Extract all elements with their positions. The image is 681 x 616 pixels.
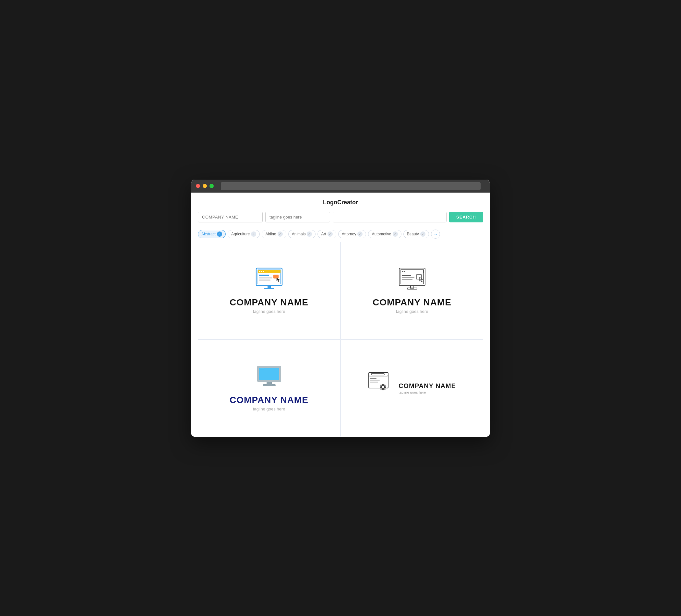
logo-company-name-3: COMPANY NAME xyxy=(230,395,308,405)
svg-rect-10 xyxy=(268,286,271,288)
filter-tag-attorney[interactable]: Attorney✓ xyxy=(338,230,367,238)
minimize-button-icon[interactable] xyxy=(203,184,207,188)
svg-rect-3 xyxy=(259,275,269,276)
svg-point-16 xyxy=(402,271,403,272)
filter-check-airline: ✓ xyxy=(278,231,283,237)
logo-company-name-1: COMPANY NAME xyxy=(230,297,308,308)
svg-rect-6 xyxy=(273,275,279,279)
filter-label-animals: Animals xyxy=(292,232,306,236)
filter-tag-agriculture[interactable]: Agriculture✓ xyxy=(228,230,260,238)
svg-rect-28 xyxy=(267,382,272,385)
svg-rect-32 xyxy=(371,374,384,375)
logo-card-3[interactable]: COMPANY NAME tagline goes here xyxy=(198,339,340,437)
svg-rect-37 xyxy=(382,384,384,385)
keyword-input[interactable] xyxy=(333,212,447,223)
svg-rect-11 xyxy=(264,288,274,289)
logo-tagline-3: tagline goes here xyxy=(253,407,285,411)
logo-card-1[interactable]: COMPANY NAME tagline goes here xyxy=(198,242,340,339)
svg-rect-35 xyxy=(370,382,378,383)
svg-point-17 xyxy=(404,271,405,272)
logo-horizontal-4: COMPANY NAME tagline goes here xyxy=(368,372,456,404)
filter-bar: Abstract✓Agriculture✓Airline✓Animals✓Art… xyxy=(198,228,483,242)
svg-rect-21 xyxy=(417,275,422,279)
filter-check-agriculture: ✓ xyxy=(251,231,256,237)
filter-next-button[interactable]: → xyxy=(431,230,440,239)
svg-marker-24 xyxy=(420,277,423,282)
logo-company-name-2: COMPANY NAME xyxy=(373,297,451,308)
svg-rect-14 xyxy=(401,270,424,284)
logo-icon-4 xyxy=(368,372,394,399)
svg-rect-20 xyxy=(402,279,412,280)
filter-label-beauty: Beauty xyxy=(407,232,419,236)
logo-company-name-4: COMPANY NAME xyxy=(399,382,456,390)
svg-rect-31 xyxy=(369,373,388,376)
filter-check-beauty: ✓ xyxy=(420,231,426,237)
filter-label-attorney: Attorney xyxy=(342,232,356,236)
tagline-input[interactable] xyxy=(265,212,330,223)
logo-tagline-1: tagline goes here xyxy=(253,309,285,314)
logo-card-2[interactable]: COMPANY NAME tagline goes here xyxy=(340,242,483,339)
svg-rect-26 xyxy=(259,368,279,380)
filter-label-agriculture: Agriculture xyxy=(231,232,250,236)
logo-text-group-4: COMPANY NAME tagline goes here xyxy=(399,382,456,394)
filter-tag-art[interactable]: Art✓ xyxy=(318,230,336,238)
svg-rect-33 xyxy=(370,378,377,379)
filter-label-airline: Airline xyxy=(265,232,276,236)
filter-check-animals: ✓ xyxy=(307,231,312,237)
logo-icon-1 xyxy=(255,267,284,292)
filter-check-automotive: ✓ xyxy=(393,231,398,237)
filter-tag-airline[interactable]: Airline✓ xyxy=(262,230,286,238)
svg-rect-40 xyxy=(385,386,386,388)
filter-label-art: Art xyxy=(321,232,326,236)
search-button[interactable]: SEARCH xyxy=(449,212,483,223)
svg-rect-19 xyxy=(402,277,414,278)
logo-icon-3 xyxy=(255,365,284,390)
company-name-input[interactable] xyxy=(198,212,263,223)
close-button-icon[interactable] xyxy=(196,184,200,188)
svg-rect-39 xyxy=(380,386,381,388)
logo-card-4[interactable]: COMPANY NAME tagline goes here xyxy=(340,339,483,437)
svg-rect-18 xyxy=(402,275,411,276)
svg-rect-13 xyxy=(399,268,425,286)
svg-point-9 xyxy=(263,271,264,272)
maximize-button-icon[interactable] xyxy=(209,184,214,188)
filter-tag-beauty[interactable]: Beauty✓ xyxy=(403,230,429,238)
browser-titlebar xyxy=(191,180,490,192)
svg-point-8 xyxy=(261,271,262,272)
logo-tagline-4: tagline goes here xyxy=(399,390,456,394)
filter-tag-automotive[interactable]: Automotive✓ xyxy=(368,230,401,238)
filter-tag-abstract[interactable]: Abstract✓ xyxy=(198,230,226,238)
app-content: LogoCreator SEARCH Abstract✓Agriculture✓… xyxy=(191,192,490,437)
logo-tagline-2: tagline goes here xyxy=(396,309,428,314)
address-bar[interactable] xyxy=(221,182,481,190)
browser-window: LogoCreator SEARCH Abstract✓Agriculture✓… xyxy=(191,180,490,437)
svg-rect-29 xyxy=(263,384,276,386)
filter-check-abstract: ✓ xyxy=(217,231,222,237)
filter-check-art: ✓ xyxy=(328,231,333,237)
svg-rect-34 xyxy=(370,380,380,381)
app-title: LogoCreator xyxy=(198,199,483,206)
search-bar: SEARCH xyxy=(198,212,483,223)
logo-grid: COMPANY NAME tagline goes here xyxy=(198,242,483,437)
svg-rect-38 xyxy=(382,389,384,390)
logo-icon-2 xyxy=(398,267,427,292)
filter-check-attorney: ✓ xyxy=(357,231,362,237)
svg-rect-4 xyxy=(259,277,272,279)
filter-tag-animals[interactable]: Animals✓ xyxy=(288,230,316,238)
svg-point-7 xyxy=(259,271,260,272)
filter-label-abstract: Abstract xyxy=(201,232,216,236)
svg-rect-5 xyxy=(259,280,271,281)
filter-label-automotive: Automotive xyxy=(372,232,391,236)
